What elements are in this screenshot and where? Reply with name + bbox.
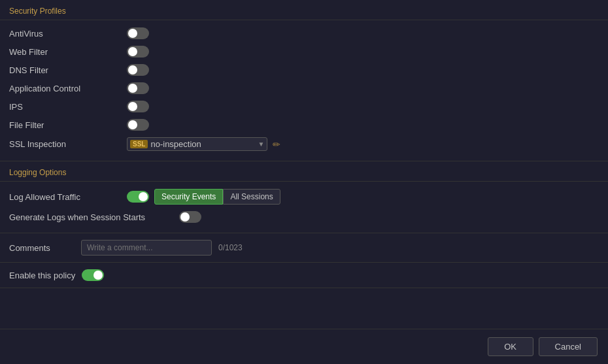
comments-row: Comments 0/1023 [9, 240, 599, 256]
ssl-edit-icon[interactable]: ✏ [273, 139, 280, 150]
ssl-inspection-select[interactable]: no-inspection certificate-inspection dee… [150, 139, 255, 149]
ips-row: IPS [9, 97, 599, 116]
ssl-select-wrapper: SSL no-inspection certificate-inspection… [127, 137, 267, 151]
generate-logs-label: Generate Logs when Session Starts [9, 212, 179, 222]
application-control-toggle-slider [127, 82, 149, 94]
enable-policy-row: Enable this policy [9, 269, 599, 281]
web-filter-toggle[interactable] [127, 46, 149, 58]
comments-input[interactable] [81, 240, 212, 256]
security-profiles-section: Security Profiles AntiVirus Web Filter [0, 0, 608, 161]
dns-filter-toggle[interactable] [127, 64, 149, 76]
ssl-dropdown-arrow-icon: ▼ [258, 141, 264, 148]
logging-header: Logging Options [0, 161, 608, 182]
ssl-badge: SSL [130, 140, 148, 148]
ips-toggle-slider [127, 101, 149, 112]
enable-policy-toggle-slider [82, 269, 104, 281]
antivirus-row: AntiVirus [9, 24, 599, 42]
ssl-inspection-row: SSL Inspection SSL no-inspection certifi… [9, 134, 599, 154]
file-filter-toggle-slider [127, 119, 149, 131]
comments-label: Comments [9, 243, 75, 253]
ips-toggle[interactable] [127, 101, 149, 112]
enable-policy-toggle[interactable] [82, 269, 104, 281]
log-allowed-traffic-row: Log Allowed Traffic Security Events All … [9, 186, 599, 208]
ips-label: IPS [9, 102, 127, 112]
ok-button[interactable]: OK [488, 337, 533, 356]
web-filter-row: Web Filter [9, 42, 599, 61]
generate-logs-toggle-slider [179, 211, 201, 223]
file-filter-row: File Filter [9, 116, 599, 134]
logging-body: Log Allowed Traffic Security Events All … [0, 182, 608, 233]
antivirus-toggle[interactable] [127, 27, 149, 39]
footer: OK Cancel [0, 329, 608, 364]
enable-policy-section: Enable this policy [0, 263, 608, 288]
file-filter-label: File Filter [9, 120, 127, 130]
application-control-toggle[interactable] [127, 82, 149, 94]
log-allowed-traffic-toggle[interactable] [127, 191, 149, 203]
file-filter-toggle[interactable] [127, 119, 149, 131]
log-buttons-group: Security Events All Sessions [154, 189, 280, 205]
security-events-button[interactable]: Security Events [154, 189, 223, 205]
comments-char-count: 0/1023 [218, 243, 243, 252]
web-filter-label: Web Filter [9, 47, 127, 57]
generate-logs-row: Generate Logs when Session Starts [9, 208, 599, 226]
dns-filter-label: DNS Filter [9, 65, 127, 75]
antivirus-toggle-slider [127, 27, 149, 39]
dns-filter-toggle-slider [127, 64, 149, 76]
enable-policy-label: Enable this policy [9, 271, 75, 280]
ssl-inspection-label: SSL Inspection [9, 139, 127, 149]
comments-section: Comments 0/1023 [0, 233, 608, 263]
log-allowed-traffic-label: Log Allowed Traffic [9, 192, 127, 202]
dns-filter-row: DNS Filter [9, 61, 599, 79]
application-control-label: Application Control [9, 84, 127, 93]
application-control-row: Application Control [9, 79, 599, 97]
security-profiles-body: AntiVirus Web Filter DNS Filter [0, 20, 608, 161]
antivirus-label: AntiVirus [9, 29, 127, 39]
cancel-button[interactable]: Cancel [539, 337, 598, 356]
logging-section: Logging Options Log Allowed Traffic Secu… [0, 161, 608, 233]
all-sessions-button[interactable]: All Sessions [223, 189, 280, 205]
log-allowed-traffic-toggle-slider [127, 191, 149, 203]
generate-logs-toggle[interactable] [179, 211, 201, 223]
web-filter-toggle-slider [127, 46, 149, 58]
security-profiles-header: Security Profiles [0, 0, 608, 20]
main-container: Security Profiles AntiVirus Web Filter [0, 0, 608, 364]
